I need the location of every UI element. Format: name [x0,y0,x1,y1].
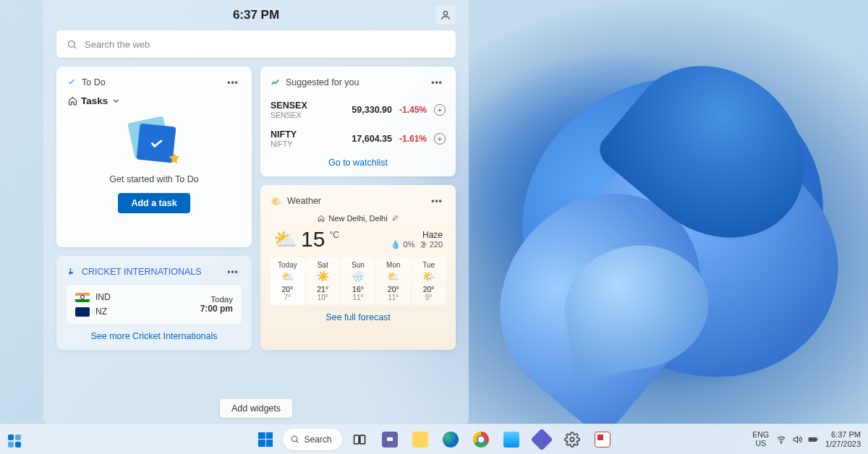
watchlist-link[interactable]: Go to watchlist [271,158,446,168]
svg-rect-7 [359,435,365,444]
svg-point-4 [292,436,298,442]
home-icon [68,96,77,106]
taskbar: Search ENG US 6:37 PM 1/27/2023 [0,424,868,454]
todo-title: To Do [82,77,106,87]
edit-icon [391,215,399,222]
widgets-toggle-button[interactable] [6,432,23,450]
search-placeholder: Search the web [85,39,150,50]
chat-button[interactable] [377,427,403,453]
chevron-down-icon [111,96,121,106]
battery-icon [808,434,818,445]
store-button[interactable] [498,427,524,453]
weather-temp: 15 [301,227,325,252]
add-widgets-button[interactable]: Add widgets [220,399,292,418]
todo-icon [67,77,77,87]
location-icon [318,215,325,222]
powertoys-button[interactable] [590,427,616,453]
weather-location-button[interactable]: New Delhi, Delhi [271,214,446,223]
svg-line-2 [74,46,76,48]
cricket-link[interactable]: See more Cricket Internationals [67,331,242,341]
svg-rect-6 [354,435,359,444]
add-stock-button[interactable]: + [434,133,446,145]
svg-point-3 [69,268,71,270]
sun-cloud-icon: ⛅ [273,228,297,251]
svg-point-10 [780,442,781,443]
flag-india-icon [75,293,90,302]
suggested-more-button[interactable]: ••• [428,75,446,90]
weather-icon: 🌤️ [271,196,282,207]
suggested-title: Suggested for you [286,77,359,87]
svg-point-1 [69,40,75,47]
add-stock-button[interactable]: + [434,104,446,116]
todo-subtitle: Get started with To Do [109,174,198,184]
cricket-more-button[interactable]: ••• [224,265,242,279]
search-input[interactable]: Search the web [56,30,456,58]
weather-more-button[interactable]: ••• [428,194,446,208]
todo-widget: To Do ••• Tasks Get started with To Do A… [56,67,252,247]
wifi-icon [776,434,786,445]
weather-condition: Haze [391,230,443,240]
person-icon [440,9,451,21]
stock-row[interactable]: NIFTY NIFTY 17,604.35 -1.61% + [271,124,446,153]
language-button[interactable]: ENG US [752,431,769,447]
taskbar-search[interactable]: Search [283,429,341,450]
settings-button[interactable] [559,427,585,453]
panel-time: 6:37 PM [233,8,279,22]
edge-button[interactable] [438,427,464,453]
taskbar-clock[interactable]: 6:37 PM 1/27/2023 [825,430,861,448]
search-icon [290,434,299,444]
cricket-match[interactable]: IND NZ Today 7:00 pm [67,285,242,324]
forecast-day[interactable]: Sun🌧️16°11° [341,257,375,305]
svg-rect-8 [387,437,393,441]
stock-row[interactable]: SENSEX SENSEX 59,330.90 -1.45% + [271,95,446,124]
cricket-title: CRICKET INTERNATIONALS [82,267,202,277]
file-explorer-button[interactable] [407,427,433,453]
tasks-dropdown[interactable]: Tasks [68,95,240,106]
forecast-link[interactable]: See full forecast [271,312,446,322]
svg-point-0 [443,12,447,15]
start-button[interactable] [252,427,278,453]
chrome-button[interactable] [468,427,494,453]
forecast-day[interactable]: Mon⛅20°11° [376,257,410,305]
forecast-day[interactable]: Tue🌤️20°9° [412,257,446,305]
add-task-button[interactable]: Add a task [118,193,190,213]
todo-illustration [128,116,180,166]
todo-more-button[interactable]: ••• [224,75,242,90]
search-icon [67,39,77,50]
forecast-day[interactable]: Today⛅20°7° [271,257,305,305]
weather-widget: 🌤️ Weather ••• New Delhi, Delhi ⛅ 15 °C … [260,185,456,350]
sports-icon [67,267,77,277]
cricket-widget: CRICKET INTERNATIONALS ••• IND NZ Today … [56,256,252,350]
forecast-row: Today⛅20°7° Sat☀️21°10° Sun🌧️16°11° Mon⛅… [271,257,446,305]
svg-point-9 [570,437,574,442]
suggested-widget: Suggested for you ••• SENSEX SENSEX 59,3… [260,67,456,176]
clipchamp-button[interactable] [529,427,555,453]
flag-nz-icon [75,307,90,317]
weather-title: Weather [287,196,321,206]
widgets-panel: 6:37 PM Search the web To Do ••• Tasks [43,0,469,424]
svg-line-5 [297,441,299,443]
stocks-icon [271,77,281,87]
task-view-button[interactable] [346,427,373,453]
system-tray[interactable] [776,434,818,445]
svg-rect-13 [809,438,815,440]
account-button[interactable] [435,6,456,25]
forecast-day[interactable]: Sat☀️21°10° [306,257,340,305]
volume-icon [792,434,802,445]
